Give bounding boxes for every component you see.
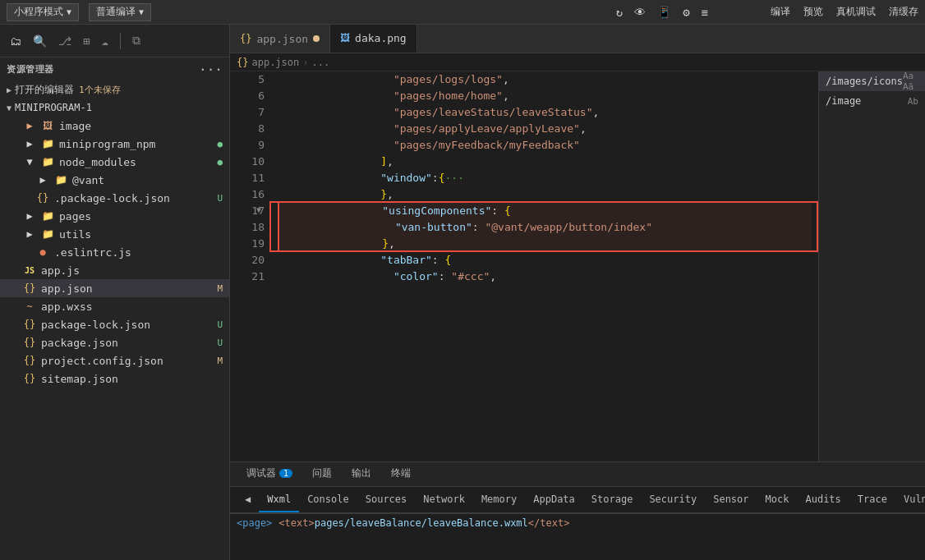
status-text-close: </text> [528,517,570,529]
sidebar-icons-row: 🗂 🔍 ⎇ ⊞ ☁ ⧉ [0,25,229,57]
node-modules-badge: ● [217,157,223,168]
file-app-js[interactable]: JS app.js [0,261,229,279]
image-folder-name: image [59,120,223,132]
debug-tool-storage[interactable]: Storage [583,487,642,512]
file-sitemap[interactable]: {} sitemap.json [0,370,229,388]
code-editor[interactable]: 5 6 7 8 9 10 11 16 17 18 19 20 21 [230,71,818,461]
project-arrow: ▼ [7,103,12,112]
file-app-wxss[interactable]: ~ app.wxss [0,297,229,315]
package-json-icon: {} [23,336,36,349]
app-json-icon: {} [23,282,36,295]
ln-10: 10 [237,154,265,170]
menu-icon[interactable]: ≡ [698,4,711,21]
ln-21: 21 [237,269,265,285]
right-panel-ab-icons: Aa Aā [903,71,918,92]
file-package-lock-inner[interactable]: {} .package-lock.json U [0,189,229,207]
files-icon[interactable]: 🗂 [7,33,25,49]
debug-tool-vulnerab[interactable]: Vulnerab... [895,487,925,512]
clear-cache-label[interactable]: 清缓存 [889,5,918,19]
debug-tool-memory[interactable]: Memory [473,487,525,512]
right-panel-item-image[interactable]: /image Ab [819,91,925,111]
compile-label[interactable]: 编译 [771,5,790,19]
ln-19: 19 [237,236,265,252]
image-folder-icon: 🖼 [41,119,54,132]
debug-tool-sources[interactable]: Sources [357,487,416,512]
right-panel-image-text: /image [826,95,861,107]
eslint-icon: ● [36,246,49,259]
folder-image[interactable]: ▶ 🖼 image [0,117,229,135]
package-json-badge: U [217,337,223,348]
preview-label[interactable]: 预览 [803,5,823,19]
folder-pages[interactable]: ▶ 📁 pages [0,207,229,225]
status-text-tag: <text>pages/leaveBalance/leaveBalance.wx… [278,517,569,529]
device-debug-label[interactable]: 真机调试 [836,5,876,19]
open-editors-section[interactable]: ▶ 打开的编辑器 1个未保存 [0,80,229,99]
folder-miniprogram-npm[interactable]: ▶ 📁 miniprogram_npm ● [0,135,229,153]
pages-icon: 📁 [41,209,54,223]
debug-tool-vulnerab-label: Vulnerab... [904,493,925,505]
debug-tool-console[interactable]: Console [299,487,357,512]
debug-tool-wxml[interactable]: Wxml [259,487,299,512]
folder-vant[interactable]: ▶ 📁 @vant [0,171,229,189]
status-page-tag: <page> [237,517,272,529]
refresh-icon[interactable]: ↻ [613,4,626,21]
project-config-icon: {} [23,354,36,367]
sitemap-name: sitemap.json [41,373,223,385]
node-modules-name: node_modules [59,156,214,168]
right-panel-item-images-icons[interactable]: /images/icons Aa Aā [819,71,925,91]
app-json-name: app.json [41,282,214,295]
folder-node-modules[interactable]: ▼ 📁 node_modules ● [0,153,229,171]
debug-tool-security[interactable]: Security [641,487,705,512]
line-numbers: 5 6 7 8 9 10 11 16 17 18 19 20 21 [230,71,271,461]
project-section[interactable]: ▼ MINIPROGRAM-1 [0,99,229,117]
debug-tools-arrow-left[interactable]: ◀ [237,487,259,512]
compile-dropdown[interactable]: 普通编译 ▼ [89,3,151,21]
debug-tool-audits[interactable]: Audits [797,487,849,512]
debug-tool-trace[interactable]: Trace [849,487,895,512]
code-lines: "pages/logs/logs", "pages/home/home", "p… [271,71,818,461]
explorer-more-button[interactable]: ··· [199,62,223,77]
git-icon[interactable]: ⎇ [55,33,75,49]
device-icon[interactable]: 📱 [654,4,674,21]
breadcrumb-ellipsis: ... [311,57,329,68]
debug-tool-mock-label: Mock [766,493,789,505]
status-bar: <page> <text>pages/leaveBalance/leaveBal… [230,513,925,531]
mode-dropdown[interactable]: 小程序模式 ▼ [7,3,79,21]
debug-tab-terminal[interactable]: 终端 [381,462,421,486]
debug-tool-network[interactable]: Network [415,487,473,512]
vant-name: @vant [72,174,223,186]
debug-tool-sensor[interactable]: Sensor [705,487,757,512]
file-package-lock[interactable]: {} package-lock.json U [0,315,229,333]
tab-daka-png[interactable]: 🖼 daka.png [330,25,417,53]
eye-icon[interactable]: 👁 [631,4,649,21]
file-eslint[interactable]: ● .eslintrc.js [0,243,229,261]
split-icon[interactable]: ⧉ [129,32,144,49]
tab-app-json[interactable]: {} app.json [230,25,330,53]
debug-tab-output[interactable]: 输出 [342,462,381,486]
open-editors-arrow: ▶ [7,85,12,94]
tab-bar: {} app.json 🖼 daka.png [230,25,925,53]
ln-11: 11 [237,170,265,186]
breadcrumb-sep: › [302,57,308,68]
debug-tab-issues-label: 问题 [312,466,332,480]
debug-tool-appdata[interactable]: AppData [525,487,583,512]
miniprogram-npm-icon: 📁 [41,137,54,150]
search-icon[interactable]: 🔍 [30,33,50,49]
file-app-json[interactable]: {} app.json M [0,279,229,297]
file-project-config[interactable]: {} project.config.json M [0,351,229,370]
package-lock-name: package-lock.json [41,319,214,331]
sidebar-divider [120,33,121,49]
debug-tab-issues[interactable]: 问题 [302,462,342,486]
settings-icon[interactable]: ⚙ [679,4,693,21]
debug-tab-terminal-label: 终端 [391,466,411,480]
debug-tab-debugger[interactable]: 调试器 1 [237,462,302,486]
status-text-open: <text> [278,517,314,529]
cloud-icon[interactable]: ☁ [98,33,111,49]
file-package-json[interactable]: {} package.json U [0,333,229,351]
debug-tool-mock[interactable]: Mock [757,487,798,512]
debug-tool-console-label: Console [307,493,349,505]
extensions-icon[interactable]: ⊞ [80,33,93,49]
compile-dropdown-arrow: ▼ [139,7,144,16]
tab-app-json-icon: {} [240,33,251,44]
folder-utils[interactable]: ▶ 📁 utils [0,225,229,243]
